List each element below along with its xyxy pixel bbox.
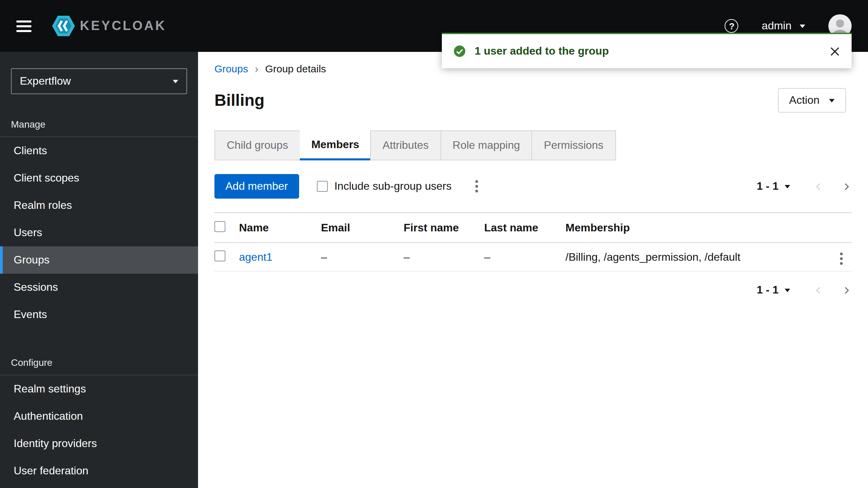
chevron-down-icon bbox=[800, 24, 805, 28]
nav-group-title-configure: Configure bbox=[0, 357, 198, 375]
member-last-name: – bbox=[484, 243, 565, 271]
row-checkbox[interactable] bbox=[214, 250, 225, 261]
column-header-email: Email bbox=[321, 213, 404, 243]
pagination-top: 1 - 1 bbox=[757, 180, 852, 192]
toolbar-kebab-menu-icon[interactable] bbox=[472, 177, 482, 196]
pagination-nav bbox=[813, 181, 852, 191]
sidebar-item-authentication[interactable]: Authentication bbox=[0, 403, 198, 430]
member-email: – bbox=[321, 243, 404, 271]
tab-permissions[interactable]: Permissions bbox=[532, 130, 616, 160]
table-row: agent1 – – – /Billing, /agents_permissio… bbox=[214, 243, 852, 271]
include-subgroups-group: Include sub-group users bbox=[317, 180, 451, 192]
main-content: Groups › Group details Billing Action Ch… bbox=[198, 52, 868, 488]
keycloak-logo[interactable]: KEYCLOAK bbox=[52, 16, 166, 36]
tab-bar: Child groups Members Attributes Role map… bbox=[214, 130, 852, 160]
sidebar-item-groups[interactable]: Groups bbox=[0, 246, 198, 274]
keycloak-hexagon-icon bbox=[52, 16, 75, 36]
prev-page-button[interactable] bbox=[813, 285, 824, 295]
sidebar-item-realm-settings[interactable]: Realm settings bbox=[0, 375, 198, 403]
pagination-bottom-row: 1 - 1 bbox=[214, 284, 852, 296]
breadcrumb-separator-icon: › bbox=[255, 63, 258, 74]
members-toolbar: Add member Include sub-group users 1 - 1 bbox=[214, 174, 852, 199]
page-title: Billing bbox=[214, 91, 265, 110]
table-header-row: Name Email First name Last name Membersh… bbox=[214, 213, 852, 243]
action-label: Action bbox=[789, 94, 820, 106]
username: admin bbox=[762, 20, 792, 32]
action-dropdown-button[interactable]: Action bbox=[778, 88, 846, 113]
chevron-down-icon bbox=[785, 288, 790, 292]
sidebar-item-events[interactable]: Events bbox=[0, 301, 198, 328]
column-header-first-name: First name bbox=[404, 213, 484, 243]
user-dropdown[interactable]: admin bbox=[762, 20, 805, 32]
help-icon[interactable]: ? bbox=[725, 19, 739, 33]
pagination-range: 1 - 1 bbox=[757, 284, 779, 296]
tab-role-mapping[interactable]: Role mapping bbox=[440, 130, 532, 160]
sidebar-item-users[interactable]: Users bbox=[0, 219, 198, 246]
select-all-checkbox[interactable] bbox=[214, 221, 225, 232]
keycloak-admin-console: KEYCLOAK ? admin 1 user added to the gro… bbox=[0, 0, 868, 488]
column-header-name: Name bbox=[239, 213, 321, 243]
breadcrumb-current: Group details bbox=[265, 63, 326, 74]
column-header-membership: Membership bbox=[565, 213, 827, 243]
tab-attributes[interactable]: Attributes bbox=[370, 130, 441, 160]
pagination-range: 1 - 1 bbox=[757, 180, 779, 192]
next-page-button[interactable] bbox=[841, 285, 852, 295]
page-header: Billing Action bbox=[214, 88, 852, 113]
include-subgroups-checkbox[interactable] bbox=[317, 181, 327, 192]
chevron-down-icon bbox=[829, 99, 835, 102]
next-page-button[interactable] bbox=[841, 181, 852, 191]
pagination-bottom: 1 - 1 bbox=[757, 284, 852, 296]
realm-name: Expertflow bbox=[20, 75, 71, 87]
chevron-down-icon bbox=[785, 185, 790, 188]
column-header-last-name: Last name bbox=[484, 213, 565, 243]
check-circle-icon bbox=[453, 44, 466, 58]
toast-message: 1 user added to the group bbox=[475, 45, 609, 57]
nav-toggle-icon[interactable] bbox=[16, 20, 31, 32]
row-kebab-menu-icon[interactable] bbox=[837, 249, 846, 268]
breadcrumb-groups-link[interactable]: Groups bbox=[214, 63, 248, 74]
sidebar: Expertflow Manage Clients Client scopes … bbox=[0, 52, 198, 488]
include-subgroups-label: Include sub-group users bbox=[334, 180, 451, 192]
sidebar-item-identity-providers[interactable]: Identity providers bbox=[0, 430, 198, 457]
realm-selector[interactable]: Expertflow bbox=[11, 68, 187, 94]
sidebar-item-sessions[interactable]: Sessions bbox=[0, 274, 198, 301]
member-name-link[interactable]: agent1 bbox=[239, 251, 272, 262]
pagination-dropdown[interactable]: 1 - 1 bbox=[757, 180, 790, 192]
sidebar-item-realm-roles[interactable]: Realm roles bbox=[0, 192, 198, 219]
chevron-down-icon bbox=[173, 80, 178, 83]
sidebar-item-clients[interactable]: Clients bbox=[0, 137, 198, 164]
members-table: Name Email First name Last name Membersh… bbox=[214, 212, 852, 272]
pagination-nav bbox=[813, 285, 852, 295]
member-first-name: – bbox=[404, 243, 484, 271]
tab-members[interactable]: Members bbox=[300, 130, 371, 160]
nav-group-title-manage: Manage bbox=[0, 119, 198, 137]
tab-child-groups[interactable]: Child groups bbox=[214, 130, 300, 160]
prev-page-button[interactable] bbox=[813, 181, 824, 191]
pagination-dropdown[interactable]: 1 - 1 bbox=[757, 284, 790, 296]
close-icon[interactable] bbox=[829, 45, 841, 57]
brand-wordmark: KEYCLOAK bbox=[80, 18, 166, 33]
success-toast: 1 user added to the group bbox=[442, 33, 852, 68]
member-membership: /Billing, /agents_permission, /default bbox=[565, 243, 827, 271]
add-member-button[interactable]: Add member bbox=[214, 174, 299, 199]
sidebar-item-user-federation[interactable]: User federation bbox=[0, 457, 198, 485]
sidebar-item-client-scopes[interactable]: Client scopes bbox=[0, 164, 198, 192]
